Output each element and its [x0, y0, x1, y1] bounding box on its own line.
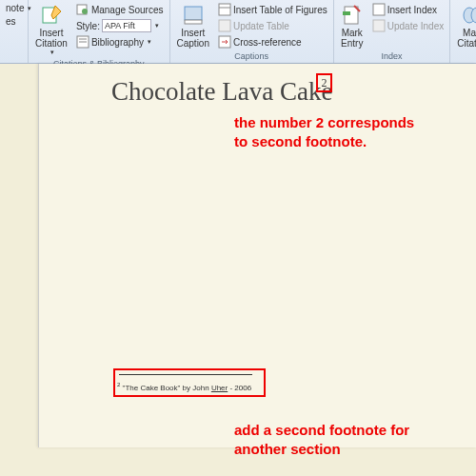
svg-rect-10	[219, 20, 230, 31]
update-index-button: Update Index	[369, 18, 447, 33]
footnote-text: 2 "The Cake Book" by John Uher - 2006	[117, 382, 251, 392]
book-pencil-icon	[40, 4, 63, 27]
footnote-marker-highlight: 2	[316, 73, 332, 92]
svg-point-2	[82, 9, 88, 14]
svg-rect-6	[185, 7, 202, 20]
svg-rect-13	[343, 11, 350, 15]
table-figures-icon	[218, 3, 231, 16]
cross-ref-icon	[218, 35, 231, 49]
annotation-2: add a second footnote for another sectio…	[234, 421, 444, 459]
style-value: APA Fift	[102, 19, 151, 32]
insert-citation-label: Insert Citation	[35, 28, 68, 49]
index-group: Mark Entry Insert Index Update Index Ind…	[334, 0, 451, 63]
mark-entry-icon	[341, 4, 364, 27]
footnotes-group-partial: note▾ es	[0, 0, 29, 63]
insert-caption-button[interactable]: Insert Caption	[173, 2, 213, 50]
document-title: Chocolate Lava Cake	[111, 77, 332, 107]
sources-icon	[76, 3, 89, 16]
svg-rect-7	[185, 20, 202, 24]
svg-rect-8	[219, 4, 230, 15]
svg-rect-15	[373, 20, 385, 31]
caption-icon	[182, 4, 205, 27]
mark-entry-label: Mark Entry	[341, 28, 363, 49]
insert-citation-button[interactable]: Insert Citation ▾	[31, 2, 71, 58]
update-index-icon	[372, 19, 386, 32]
update-table-button: Update Table	[215, 18, 330, 33]
footnote-separator	[119, 374, 252, 375]
svg-rect-14	[373, 4, 385, 15]
insert-index-button[interactable]: Insert Index	[369, 2, 447, 17]
citations-group: Insert Citation ▾ Manage Sources Style: …	[29, 0, 170, 63]
insert-caption-label: Insert Caption	[177, 28, 209, 49]
ribbon: note▾ es Insert Citation ▾ Manage Source…	[0, 0, 476, 64]
mark-entry-button[interactable]: Mark Entry	[337, 2, 367, 50]
update-icon	[218, 19, 231, 32]
captions-group: Insert Caption Insert Table of Figures U…	[170, 0, 334, 63]
bibliography-icon	[76, 35, 89, 49]
cross-reference-button[interactable]: Cross-reference	[215, 34, 330, 50]
manage-sources-button[interactable]: Manage Sources	[73, 2, 167, 17]
annotation-1: the number 2 corresponds to second footn…	[234, 113, 425, 151]
style-dropdown[interactable]: Style: APA Fift ▾	[73, 18, 167, 33]
authorities-group: Mark Citation I Tabl	[450, 0, 476, 63]
bibliography-button[interactable]: Bibliography ▾	[73, 34, 167, 50]
chevron-down-icon: ▾	[148, 38, 151, 46]
chevron-down-icon: ▾	[155, 22, 159, 30]
footnote-area-highlight: 2 "The Cake Book" by John Uher - 2006	[113, 368, 266, 397]
mark-citation-button[interactable]: Mark Citation	[453, 2, 476, 50]
index-group-label: Index	[337, 50, 447, 62]
mark-citation-icon	[462, 4, 476, 27]
document-area: Chocolate Lava Cake 2 2 "The Cake Book" …	[0, 64, 476, 476]
insert-index-icon	[372, 3, 386, 16]
chevron-down-icon: ▾	[50, 49, 54, 56]
authorities-group-label: Tabl	[453, 50, 476, 62]
mark-citation-label: Mark Citation	[457, 28, 476, 49]
insert-table-figures-button[interactable]: Insert Table of Figures	[215, 2, 330, 17]
captions-group-label: Captions	[173, 50, 330, 62]
